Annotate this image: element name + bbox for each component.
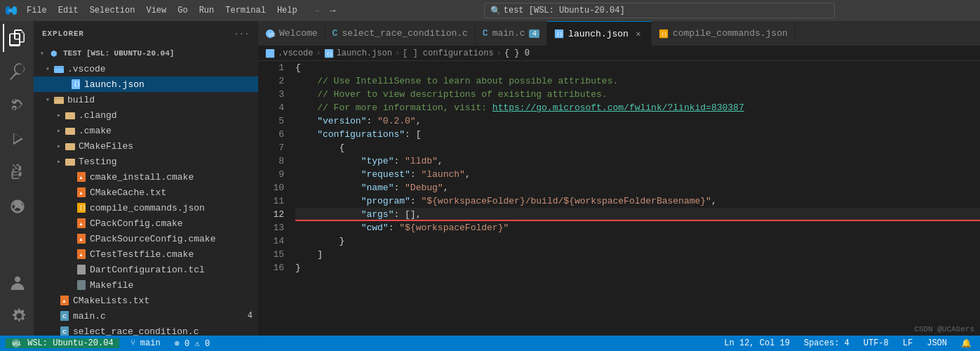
nav-forward-button[interactable]: → [327, 4, 338, 18]
chevron-down-icon: ▾ [42, 94, 53, 105]
sidebar-more-actions[interactable]: ··· [234, 29, 250, 38]
status-branch[interactable]: ⑂ main [128, 338, 163, 348]
tab-compile-commands[interactable]: {} compile_commands.json [652, 21, 796, 46]
status-language[interactable]: JSON [924, 338, 950, 348]
tab-launch-json[interactable]: {} launch.json ✕ [547, 21, 652, 46]
status-remote[interactable]: WSL WSL: Ubuntu-20.04 [6, 338, 119, 348]
breadcrumb-sep-3: › [497, 48, 502, 58]
status-eol[interactable]: LF [900, 338, 915, 348]
sidebar-item-ctesttest[interactable]: ▲ CTestTestfile.cmake [34, 246, 258, 262]
sidebar-item-compile-commands[interactable]: {} compile_commands.json [34, 200, 258, 216]
sidebar-item-launch-json[interactable]: {} launch.json [34, 77, 258, 92]
code-line-14: } [295, 234, 980, 248]
vscode-folder-label: .vscode [67, 64, 258, 74]
status-errors[interactable]: ⊗ 0 ⚠ 0 [172, 338, 213, 349]
menu-view[interactable]: View [142, 4, 170, 17]
menu-file[interactable]: File [22, 4, 51, 17]
code-line-12: "args": [], [295, 208, 980, 221]
sidebar-item-main-c[interactable]: C main.c 4 [34, 308, 258, 324]
sidebar-item-vscode[interactable]: ▾ .vscode [34, 61, 258, 77]
tab-main-c[interactable]: C main.c 4 [476, 21, 547, 46]
nav-back-button[interactable]: ← [313, 4, 324, 18]
status-bell[interactable]: 🔔 [958, 338, 974, 349]
accounts-activity-icon[interactable] [3, 268, 31, 296]
cmake-folder-icon [65, 125, 76, 136]
source-control-activity-icon[interactable] [3, 91, 31, 119]
sidebar-item-clangd[interactable]: ▸ .clangd [34, 107, 258, 123]
menu-selection[interactable]: Selection [86, 4, 140, 17]
sidebar: EXPLORER ··· ▾ ⬢ TEST [WSL: UBUNTU-20.04… [34, 21, 258, 336]
svg-text:{}: {} [79, 205, 86, 211]
sidebar-item-cmakelists[interactable]: ▲ CMakeLists.txt [34, 293, 258, 308]
run-activity-icon[interactable] [3, 125, 31, 153]
line-number-10: 10 [258, 181, 284, 194]
sidebar-item-cpacksource[interactable]: ▲ CPackSourceConfig.cmake [34, 231, 258, 246]
launch-json-tab-icon: {} [554, 29, 564, 39]
launch-json-icon: {} [70, 79, 81, 90]
spacer [65, 218, 76, 229]
sidebar-item-cmake[interactable]: ▸ .cmake [34, 123, 258, 138]
global-search-box[interactable]: 🔍 test [WSL: Ubuntu-20.04] [484, 3, 835, 18]
settings-activity-icon[interactable] [3, 302, 31, 330]
select-race-icon: C [59, 326, 70, 336]
extensions-activity-icon[interactable] [3, 159, 31, 187]
sidebar-header: EXPLORER ··· [34, 21, 258, 46]
svg-rect-6 [65, 143, 75, 150]
remote-activity-icon[interactable] [3, 192, 31, 220]
select-race-tab-icon: C [333, 28, 338, 39]
sidebar-item-cmakefiles[interactable]: ▸ CMakeFiles [34, 138, 258, 154]
build-folder-label: build [67, 95, 258, 105]
breadcrumb-configurations[interactable]: [ ] configurations [403, 48, 494, 58]
sidebar-item-select-race[interactable]: C select_race_condition.c [34, 324, 258, 336]
svg-text:VS: VS [268, 31, 275, 37]
sidebar-item-cmake-install[interactable]: ▲ cmake_install.cmake [34, 169, 258, 185]
code-line-13: "cwd": "${workspaceFolder}" [295, 221, 980, 234]
status-ln-col[interactable]: Ln 12, Col 19 [721, 338, 793, 348]
main-c-tab-icon: C [483, 28, 488, 39]
tab-select-race[interactable]: C select_race_condition.c [325, 21, 476, 46]
tab-select-race-label: select_race_condition.c [342, 28, 467, 39]
tree-root[interactable]: ▾ ⬢ TEST [WSL: UBUNTU-20.04] [34, 46, 258, 61]
menu-edit[interactable]: Edit [54, 4, 83, 17]
svg-text:{}: {} [661, 31, 666, 37]
sidebar-item-cpackconfig[interactable]: ▲ CPackConfig.cmake [34, 216, 258, 231]
svg-text:{}: {} [326, 51, 332, 56]
menu-help[interactable]: Help [273, 4, 302, 17]
status-bar: WSL WSL: Ubuntu-20.04 ⑂ main ⊗ 0 ⚠ 0 Ln … [0, 336, 980, 351]
line-number-3: 3 [258, 88, 284, 101]
menu-run[interactable]: Run [195, 4, 219, 17]
main-c-badge: 4 [248, 311, 253, 321]
menu-terminal[interactable]: Terminal [221, 4, 270, 17]
code-line-1: { [295, 61, 980, 74]
svg-text:▲: ▲ [79, 237, 83, 241]
sidebar-item-cmakecache[interactable]: ▲ CMakeCache.txt [34, 185, 258, 200]
sidebar-item-makefile[interactable]: Makefile [34, 277, 258, 293]
menu-go[interactable]: Go [173, 4, 192, 17]
line-number-2: 2 [258, 74, 284, 88]
testing-folder-icon [65, 156, 76, 167]
cmake-file-icon: ▲ [76, 171, 87, 183]
main-c-tab-badge: 4 [529, 29, 539, 38]
breadcrumb-launch[interactable]: launch.json [337, 48, 392, 58]
sidebar-item-build[interactable]: ▾ build [34, 92, 258, 107]
code-content[interactable]: { // Use IntelliSense to learn about pos… [290, 61, 980, 336]
code-line-10: "name": "Debug", [295, 181, 980, 194]
status-bar-right: Ln 12, Col 19 Spaces: 4 UTF-8 LF JSON 🔔 [721, 338, 974, 349]
workspace-folder-icon: ⬢ [48, 47, 60, 60]
editor-area: VS Welcome C select_race_condition.c C m… [258, 21, 980, 336]
sidebar-item-dart[interactable]: DartConfiguration.tcl [34, 262, 258, 277]
tab-launch-json-close[interactable]: ✕ [633, 28, 644, 39]
status-encoding[interactable]: UTF-8 [861, 338, 892, 348]
search-activity-icon[interactable] [3, 58, 31, 86]
explorer-activity-icon[interactable] [3, 24, 31, 52]
breadcrumb-zero[interactable]: { } 0 [504, 48, 530, 58]
svg-rect-20 [77, 265, 86, 274]
breadcrumb-vscode[interactable]: .vscode [278, 48, 313, 58]
build-folder-icon [53, 94, 65, 105]
line-numbers: 12345678910111213141516 [258, 61, 290, 336]
sidebar-item-testing[interactable]: ▸ Testing [34, 154, 258, 169]
tab-welcome[interactable]: VS Welcome [258, 21, 325, 46]
svg-rect-34 [266, 48, 274, 57]
status-spaces[interactable]: Spaces: 4 [801, 338, 852, 348]
spacer [65, 233, 76, 244]
